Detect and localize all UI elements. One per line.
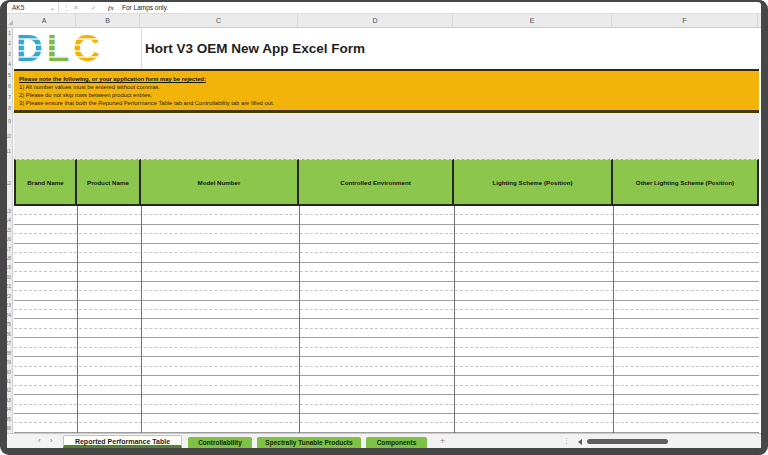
row-header[interactable]: 13 <box>7 208 11 214</box>
row-header[interactable]: 32 <box>7 387 11 393</box>
enter-icon[interactable]: ✓ <box>91 2 96 14</box>
table-row[interactable] <box>14 206 759 215</box>
table-row[interactable] <box>14 338 759 347</box>
column-header-A[interactable]: A <box>13 14 76 27</box>
column-header-row: ABCDEF <box>7 14 761 28</box>
cells-area: DLC Hort V3 OEM New App Excel Form Pleas… <box>14 28 759 433</box>
table-row[interactable] <box>14 405 759 414</box>
insert-function-icon[interactable]: fx <box>108 2 114 14</box>
row-header[interactable]: 8 <box>8 105 11 111</box>
sheet-tab-spectrally-tunable-products[interactable]: Spectrally Tunable Products <box>257 437 361 448</box>
column-header-E[interactable]: E <box>453 14 612 27</box>
row-header[interactable]: 19 <box>7 264 11 270</box>
row-header[interactable]: 24 <box>7 312 11 318</box>
sheet-tab-reported-performance-table[interactable]: Reported Performance Table <box>63 435 182 448</box>
row-header[interactable]: 1 <box>8 30 11 36</box>
table-header-cell[interactable]: Lighting Scheme (Position) <box>454 159 613 204</box>
spreadsheet-content: AK5 ⌄ ⋮ ✕ ✓ fx For Lamps only. ABCDEF 12… <box>7 2 761 448</box>
cancel-icon[interactable]: ✕ <box>73 2 78 14</box>
table-row[interactable] <box>14 301 759 310</box>
row-header[interactable]: 2 <box>8 40 11 46</box>
row-header[interactable]: 35 <box>7 416 11 422</box>
row-header[interactable]: 34 <box>7 406 11 412</box>
table-row[interactable] <box>14 386 759 395</box>
table-row[interactable] <box>14 414 759 423</box>
table-header-cell[interactable]: Model Number <box>141 159 299 204</box>
row-header[interactable]: 27 <box>7 340 11 346</box>
table-row[interactable] <box>14 282 759 291</box>
table-row[interactable] <box>14 263 759 272</box>
row-header[interactable]: 14 <box>7 217 11 223</box>
row-header[interactable]: 6 <box>8 83 11 89</box>
column-header-D[interactable]: D <box>298 14 453 27</box>
column-header-B[interactable]: B <box>76 14 140 27</box>
scroll-left-icon[interactable] <box>578 439 582 445</box>
next-sheet-button[interactable]: › <box>50 434 53 448</box>
empty-band <box>14 113 759 159</box>
select-all-icon <box>8 20 13 25</box>
row-header[interactable]: 18 <box>7 255 11 261</box>
table-row[interactable] <box>14 244 759 253</box>
table-row[interactable] <box>14 225 759 234</box>
logo-letter-L: L <box>47 30 74 68</box>
row-header[interactable]: 30 <box>7 369 11 375</box>
prev-sheet-button[interactable]: ‹ <box>38 434 41 448</box>
row-header-strip[interactable]: 1234567891011121314151617181920212223242… <box>7 28 13 433</box>
row-header[interactable]: 10 <box>7 133 11 139</box>
row-header[interactable]: 16 <box>7 236 11 242</box>
table-row[interactable] <box>14 272 759 281</box>
select-all-corner[interactable] <box>7 14 13 27</box>
formula-input[interactable]: For Lamps only. <box>122 2 757 14</box>
table-row[interactable] <box>14 357 759 366</box>
dlc-logo: DLC <box>16 28 104 69</box>
row-header[interactable]: 4 <box>8 61 11 67</box>
row-header[interactable]: 33 <box>7 397 11 403</box>
table-row[interactable] <box>14 395 759 404</box>
table-row[interactable] <box>14 310 759 319</box>
row-header[interactable]: 29 <box>7 359 11 365</box>
row-header[interactable]: 26 <box>7 331 11 337</box>
table-row[interactable] <box>14 253 759 262</box>
row-header[interactable]: 3 <box>8 51 11 57</box>
column-header-C[interactable]: C <box>140 14 298 27</box>
table-row[interactable] <box>14 348 759 357</box>
sheet-tab-controllability[interactable]: Controllability <box>188 437 252 448</box>
row-header[interactable]: 25 <box>7 321 11 327</box>
row-header[interactable]: 22 <box>7 293 11 299</box>
table-row[interactable] <box>14 423 759 432</box>
row-header[interactable]: 21 <box>7 283 11 289</box>
row-header[interactable]: 36 <box>7 425 11 431</box>
tab-scroll-separator[interactable]: ⋮ <box>563 434 570 448</box>
row-header[interactable]: 7 <box>8 94 11 100</box>
table-row[interactable] <box>14 291 759 300</box>
table-row[interactable] <box>14 376 759 385</box>
table-header-cell[interactable]: Brand Name <box>14 159 77 204</box>
row-header[interactable]: 31 <box>7 378 11 384</box>
row-header[interactable]: 28 <box>7 350 11 356</box>
table-row[interactable] <box>14 234 759 243</box>
row-header[interactable]: 20 <box>7 274 11 280</box>
cell-name-box[interactable]: AK5 ⌄ <box>7 2 59 14</box>
row-header[interactable]: 23 <box>7 302 11 308</box>
notice-line: 1) All number values must be entered wit… <box>19 83 759 91</box>
table-header-cell[interactable]: Product Name <box>77 159 141 204</box>
notice-line: 2) Please do not skip rows between produ… <box>19 91 759 99</box>
chevron-down-icon[interactable]: ⌄ <box>50 2 55 14</box>
formula-bar: AK5 ⌄ ⋮ ✕ ✓ fx For Lamps only. <box>7 2 761 14</box>
table-row[interactable] <box>14 215 759 224</box>
sheet-tab-components[interactable]: Components <box>366 437 427 448</box>
row-header[interactable]: 15 <box>7 227 11 233</box>
row-header[interactable]: 12 <box>7 180 11 186</box>
table-header-cell[interactable]: Other Lighting Scheme (Position) <box>613 159 759 204</box>
table-row[interactable] <box>14 367 759 376</box>
row-header[interactable]: 5 <box>8 72 11 78</box>
row-header[interactable]: 11 <box>7 148 11 154</box>
add-sheet-button[interactable]: + <box>440 434 445 448</box>
table-header-cell[interactable]: Controlled Environment <box>299 159 454 204</box>
horizontal-scrollbar-thumb[interactable] <box>587 439 668 444</box>
table-row[interactable] <box>14 319 759 328</box>
table-row[interactable] <box>14 329 759 338</box>
column-header-F[interactable]: F <box>612 14 758 27</box>
row-header[interactable]: 9 <box>8 118 11 124</box>
row-header[interactable]: 17 <box>7 246 11 252</box>
